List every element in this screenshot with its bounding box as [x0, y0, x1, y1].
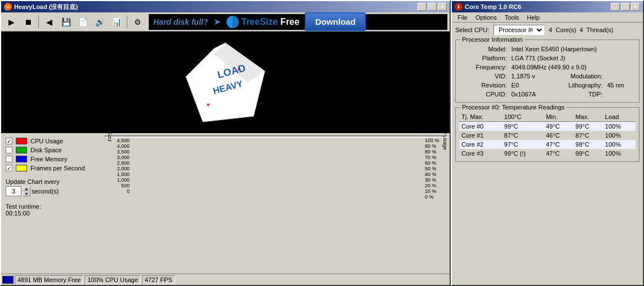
- model-label: Model:: [459, 45, 509, 54]
- update-unit: second(s): [32, 188, 59, 195]
- treesize-icon: [226, 16, 239, 28]
- core-current: 97°C: [502, 140, 544, 149]
- core-max: 98°C: [573, 140, 602, 149]
- col-max: Max.: [573, 112, 602, 122]
- tj-max-label: Tj. Max:: [459, 112, 502, 122]
- core-current: 87°C: [502, 131, 544, 140]
- core-max: 87°C: [573, 131, 602, 140]
- disk-label: Disk Space: [30, 147, 62, 153]
- core-current: 99°C: [502, 122, 544, 131]
- maximize-button[interactable]: □: [428, 3, 437, 11]
- core-min: 46°C: [544, 131, 573, 140]
- frequency-label: Frequency:: [459, 63, 509, 72]
- tdp-label: TDP:: [550, 90, 605, 99]
- cpu-info-right: 4 Core(s) 4 Thread(s): [549, 27, 614, 33]
- heavyload-window-controls: _ □ ✕: [418, 3, 447, 11]
- chart-button[interactable]: 📊: [109, 15, 125, 29]
- status-color-box: [2, 276, 14, 284]
- temperature-group: Processor #0: Temperature Readings Tj. M…: [455, 107, 639, 162]
- frequency-value: 4049.09MHz (449.90 x 9.0): [509, 63, 636, 72]
- disk-checkbox[interactable]: [6, 147, 12, 153]
- treesize-name-part2: Free: [278, 17, 299, 27]
- legend-panel: CPU Usage Disk Space Free Memory Frames …: [3, 135, 105, 271]
- cpuid-label: CPUID:: [459, 90, 509, 99]
- core-load: 100%: [603, 140, 636, 149]
- vid-value: 1.1875 v: [509, 72, 550, 81]
- core-load: 100%: [603, 131, 636, 140]
- fps-checkbox[interactable]: [6, 165, 12, 171]
- status-bar: 4891 MB Memory Free 100% CPU Usage 4727 …: [1, 274, 450, 285]
- core-load: 100%: [603, 149, 636, 158]
- heavyload-app-icon: H: [4, 3, 12, 11]
- temp-row: Core #1 87°C 46°C 87°C 100%: [459, 131, 636, 140]
- vid-label: VID:: [459, 72, 509, 81]
- cpu-label: CPU Usage: [30, 138, 63, 144]
- spinning-logo: LOAD HEAVY ★ ★: [180, 37, 270, 127]
- back-button[interactable]: ◀: [41, 15, 57, 29]
- coretemp-title-bar: 🌡 Core Temp 1.0 RC6 _ □ ✕: [452, 1, 643, 12]
- processor-info-group: Processor Information Model: Intel Xeon …: [455, 39, 639, 103]
- processor-info-title: Processor Information: [460, 36, 525, 43]
- update-value-input[interactable]: [6, 186, 21, 196]
- cpu-status: 100% CPU Usage: [85, 275, 140, 284]
- menu-file[interactable]: File: [454, 14, 471, 21]
- modulation-label: Modulation:: [550, 72, 605, 81]
- temp-row: Core #0 99°C 49°C 99°C 100%: [459, 122, 636, 131]
- treesize-name-part1: TreeSize: [241, 17, 278, 27]
- tdp-value: [605, 90, 636, 99]
- toolbar-separator-1: [38, 16, 39, 28]
- play-button[interactable]: ▶: [3, 15, 19, 29]
- chart-wrapper: FPS 4,500 4,000 3,500 3,000 2,500 2,000 …: [105, 135, 447, 271]
- stop-button[interactable]: ⏹: [20, 15, 36, 29]
- temp-row: Core #3 99°C (!) 47°C 99°C 100%: [459, 149, 636, 158]
- temperature-title: Processor #0: Temperature Readings: [460, 104, 566, 111]
- logo-area: LOAD HEAVY ★ ★: [1, 37, 450, 127]
- spinner-buttons: ▲ ▼: [23, 186, 30, 196]
- core-min: 49°C: [544, 122, 573, 131]
- coretemp-window: 🌡 Core Temp 1.0 RC6 _ □ ✕ File Options T…: [451, 0, 644, 286]
- spin-up-button[interactable]: ▲: [23, 186, 30, 191]
- cpu-select-bar: Select CPU: Processor #0 4 Core(s) 4 Thr…: [452, 23, 643, 37]
- core-name: Core #0: [459, 122, 502, 131]
- runtime-value: 00:15:00: [6, 210, 103, 217]
- close-button[interactable]: ✕: [438, 3, 447, 11]
- memory-checkbox[interactable]: [6, 156, 12, 162]
- cpu-dropdown[interactable]: Processor #0: [494, 25, 544, 35]
- spin-down-button[interactable]: ▼: [23, 191, 30, 196]
- fps-status: 4727 FPS: [142, 275, 175, 284]
- temperature-table: Tj. Max: 100°C Min. Max. Load Core #0 99…: [459, 112, 636, 158]
- runtime-section: Test runtime: 00:15:00: [6, 203, 103, 217]
- core-name: Core #2: [459, 140, 502, 149]
- core-current: 99°C (!): [502, 149, 544, 158]
- threads-count: 4: [580, 27, 583, 33]
- tj-max-value: 100°C: [502, 112, 544, 122]
- sound-button[interactable]: 🔊: [92, 15, 108, 29]
- chart-container: FPS 4,500 4,000 3,500 3,000 2,500 2,000 …: [105, 135, 447, 138]
- revision-label: Revision:: [459, 81, 509, 90]
- fps-color: [16, 165, 27, 171]
- lithography-value: 45 nm: [605, 81, 636, 90]
- minimize-button[interactable]: _: [418, 3, 427, 11]
- download-button[interactable]: Download: [305, 12, 366, 31]
- banner-question: Hard disk full?: [153, 17, 208, 27]
- temp-row: Core #2 97°C 47°C 98°C 100%: [459, 140, 636, 149]
- ct-minimize-button[interactable]: _: [611, 3, 620, 11]
- modulation-value: [605, 72, 636, 81]
- doc-button[interactable]: 📄: [75, 15, 91, 29]
- model-value: Intel Xeon E5450 (Harpertown): [509, 45, 636, 54]
- ct-maximize-button[interactable]: □: [621, 3, 630, 11]
- ct-close-button[interactable]: ✕: [631, 3, 640, 11]
- cores-label: Core(s): [556, 27, 576, 33]
- save-button[interactable]: 💾: [58, 15, 74, 29]
- chart-area: CPU Usage Disk Space Free Memory Frames …: [1, 133, 450, 274]
- banner-arrow: ➤: [214, 16, 221, 27]
- cpu-checkbox[interactable]: [6, 138, 12, 144]
- menu-options[interactable]: Options: [472, 14, 500, 21]
- cpu-usage-axis-label: CPU Usage: [442, 123, 448, 150]
- menu-tools[interactable]: Tools: [501, 14, 523, 21]
- toolbar-separator-2: [127, 16, 127, 28]
- coretemp-menu-bar: File Options Tools Help: [452, 12, 643, 23]
- menu-help[interactable]: Help: [523, 14, 543, 21]
- settings-button[interactable]: ⚙: [130, 15, 145, 29]
- core-name: Core #1: [459, 131, 502, 140]
